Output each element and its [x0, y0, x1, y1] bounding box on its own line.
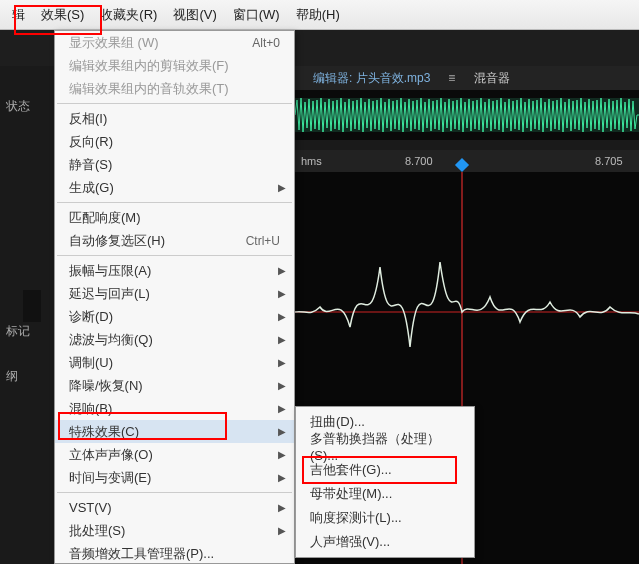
menu-item-generate[interactable]: 生成(G)▶	[55, 176, 294, 199]
menu-label: 时间与变调(E)	[69, 469, 280, 487]
menu-label: 响度探测计(L)...	[310, 509, 402, 527]
menu-label: 诊断(D)	[69, 308, 280, 326]
menu-label: 显示效果组 (W)	[69, 34, 252, 52]
menu-label: 编辑效果组内的音轨效果(T)	[69, 80, 280, 98]
chevron-right-icon: ▶	[278, 426, 286, 437]
dark-stripe	[23, 290, 41, 322]
menu-item-diagnostics[interactable]: 诊断(D)▶	[55, 305, 294, 328]
menu-item-edit-track-effects[interactable]: 编辑效果组内的音轨效果(T)	[55, 77, 294, 100]
menu-effects[interactable]: 效果(S)	[33, 2, 92, 28]
menu-separator	[57, 202, 292, 203]
special-effects-submenu: 扭曲(D)... 多普勒换挡器（处理）(S)... 吉他套件(G)... 母带处…	[295, 406, 475, 558]
menu-favorites[interactable]: 收藏夹(R)	[92, 2, 165, 28]
menu-label: 自动修复选区(H)	[69, 232, 246, 250]
menu-label: 多普勒换挡器（处理）(S)...	[310, 430, 460, 463]
submenu-item-loudness-meter[interactable]: 响度探测计(L)...	[296, 506, 474, 530]
menu-item-show-effect-group[interactable]: 显示效果组 (W) Alt+0	[55, 31, 294, 54]
chevron-right-icon: ▶	[278, 380, 286, 391]
menu-separator	[57, 255, 292, 256]
menu-shortcut: Ctrl+U	[246, 234, 280, 248]
chevron-right-icon: ▶	[278, 472, 286, 483]
chevron-right-icon: ▶	[278, 334, 286, 345]
menu-label: 扭曲(D)...	[310, 413, 365, 431]
hamburger-icon[interactable]: ≡	[448, 71, 456, 85]
menu-label: 批处理(S)	[69, 522, 280, 540]
ruler-tick: 8.700	[405, 155, 433, 167]
menu-help[interactable]: 帮助(H)	[288, 2, 348, 28]
chevron-right-icon: ▶	[278, 182, 286, 193]
menu-item-reverse[interactable]: 反向(R)	[55, 130, 294, 153]
menu-label: 立体声声像(O)	[69, 446, 280, 464]
menu-label: 吉他套件(G)...	[310, 461, 392, 479]
menu-label: 滤波与均衡(Q)	[69, 331, 280, 349]
chevron-right-icon: ▶	[278, 403, 286, 414]
menu-view[interactable]: 视图(V)	[165, 2, 224, 28]
editor-title: 编辑器: 片头音效.mp3	[313, 70, 430, 87]
chevron-right-icon: ▶	[278, 502, 286, 513]
chevron-right-icon: ▶	[278, 288, 286, 299]
mixer-tab[interactable]: 混音器	[474, 70, 510, 87]
menu-item-delay[interactable]: 延迟与回声(L)▶	[55, 282, 294, 305]
chevron-right-icon: ▶	[278, 265, 286, 276]
menu-label: 延迟与回声(L)	[69, 285, 280, 303]
effects-dropdown: 显示效果组 (W) Alt+0 编辑效果组内的剪辑效果(F) 编辑效果组内的音轨…	[54, 30, 295, 564]
menu-item-reverb[interactable]: 混响(B)▶	[55, 397, 294, 420]
status-label: 状态	[0, 94, 54, 119]
menu-label: 匹配响度(M)	[69, 209, 280, 227]
menu-label: 反相(I)	[69, 110, 280, 128]
editor-header: 编辑器: 片头音效.mp3 ≡ 混音器	[295, 66, 639, 90]
menu-shortcut: Alt+0	[252, 36, 280, 50]
menu-item-plugin-manager[interactable]: 音频增效工具管理器(P)...	[55, 542, 294, 564]
menu-label: 降噪/恢复(N)	[69, 377, 280, 395]
menu-item-amplitude[interactable]: 振幅与压限(A)▶	[55, 259, 294, 282]
menu-separator	[57, 103, 292, 104]
menu-label: 反向(R)	[69, 133, 280, 151]
timeline-ruler[interactable]: hms 8.700 8.705	[295, 150, 639, 172]
menu-item-filter[interactable]: 滤波与均衡(Q)▶	[55, 328, 294, 351]
menu-label: 编辑效果组内的剪辑效果(F)	[69, 57, 280, 75]
menu-item-invert[interactable]: 反相(I)	[55, 107, 294, 130]
submenu-item-doppler[interactable]: 多普勒换挡器（处理）(S)...	[296, 434, 474, 458]
menu-label: 调制(U)	[69, 354, 280, 372]
waveform-overview[interactable]	[295, 90, 639, 140]
chevron-right-icon: ▶	[278, 449, 286, 460]
menu-label: 静音(S)	[69, 156, 280, 174]
menu-label: 音频增效工具管理器(P)...	[69, 545, 280, 563]
menu-label: 特殊效果(C)	[69, 423, 280, 441]
ruler-tick: 8.705	[595, 155, 623, 167]
menu-label: 生成(G)	[69, 179, 280, 197]
menubar: 辑 效果(S) 收藏夹(R) 视图(V) 窗口(W) 帮助(H)	[0, 0, 639, 30]
menu-label: 混响(B)	[69, 400, 280, 418]
menu-item-auto-heal[interactable]: 自动修复选区(H) Ctrl+U	[55, 229, 294, 252]
menu-item-match-loudness[interactable]: 匹配响度(M)	[55, 206, 294, 229]
menu-item-vst[interactable]: VST(V)▶	[55, 496, 294, 519]
playhead-marker[interactable]	[455, 158, 469, 172]
menu-item-modulation[interactable]: 调制(U)▶	[55, 351, 294, 374]
menu-label: 振幅与压限(A)	[69, 262, 280, 280]
submenu-item-mastering[interactable]: 母带处理(M)...	[296, 482, 474, 506]
chevron-right-icon: ▶	[278, 525, 286, 536]
marker-label: 标记	[0, 319, 54, 344]
menu-window[interactable]: 窗口(W)	[225, 2, 288, 28]
ruler-unit: hms	[301, 155, 322, 167]
level-label: 纲	[0, 364, 54, 389]
menu-item-noise[interactable]: 降噪/恢复(N)▶	[55, 374, 294, 397]
submenu-item-vocal-enhance[interactable]: 人声增强(V)...	[296, 530, 474, 554]
menu-edit[interactable]: 辑	[4, 2, 33, 28]
menu-label: 人声增强(V)...	[310, 533, 390, 551]
menu-item-edit-clip-effects[interactable]: 编辑效果组内的剪辑效果(F)	[55, 54, 294, 77]
chevron-right-icon: ▶	[278, 357, 286, 368]
menu-item-special-effects[interactable]: 特殊效果(C)▶	[55, 420, 294, 443]
menu-label: 母带处理(M)...	[310, 485, 392, 503]
menu-item-stereo[interactable]: 立体声声像(O)▶	[55, 443, 294, 466]
menu-item-time-pitch[interactable]: 时间与变调(E)▶	[55, 466, 294, 489]
menu-label: VST(V)	[69, 500, 280, 515]
menu-item-silence[interactable]: 静音(S)	[55, 153, 294, 176]
menu-item-batch[interactable]: 批处理(S)▶	[55, 519, 294, 542]
chevron-right-icon: ▶	[278, 311, 286, 322]
menu-separator	[57, 492, 292, 493]
